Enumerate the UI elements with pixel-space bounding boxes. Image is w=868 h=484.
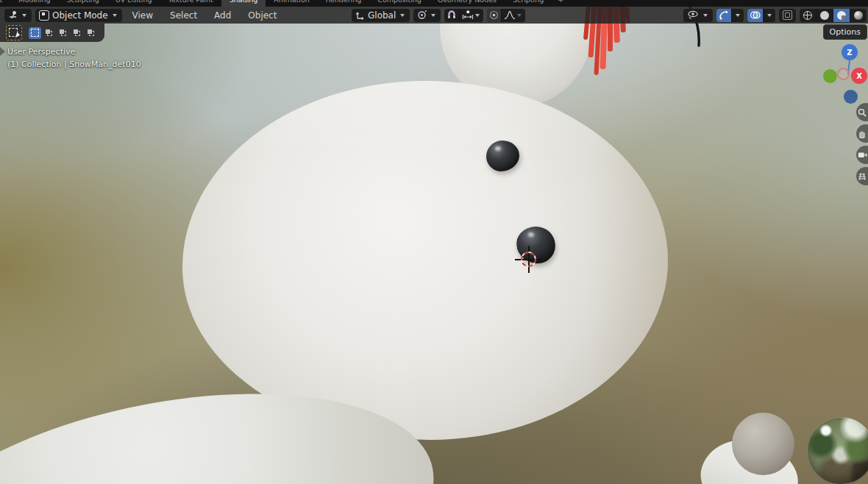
eye-cursor-icon — [687, 10, 699, 20]
perspective-toggle-button[interactable] — [856, 167, 868, 185]
falloff-curve-icon — [504, 10, 516, 20]
3d-viewport[interactable] — [0, 0, 868, 484]
matte-reference-sphere[interactable] — [732, 413, 794, 475]
active-collection-label: (1) Collection | SnowMan_det010 — [7, 58, 141, 71]
grid-perspective-icon — [858, 172, 867, 181]
gizmo-axis-negz[interactable] — [844, 90, 858, 104]
cursor-arrow-icon — [15, 32, 21, 38]
gizmo-axis-x[interactable]: X — [851, 68, 867, 84]
tab-uv-editing[interactable]: UV Editing — [107, 0, 160, 7]
camera-icon — [858, 151, 867, 159]
camera-view-button[interactable] — [856, 146, 868, 164]
overlays-group — [747, 9, 775, 22]
viewport-info: User Perspective (1) Collection | SnowMa… — [7, 46, 141, 71]
shading-material-preview-button[interactable] — [833, 9, 850, 22]
magnifier-icon — [858, 108, 867, 117]
gizmo-icon — [719, 10, 729, 20]
menu-view[interactable]: View — [126, 10, 160, 21]
xray-toggle[interactable] — [779, 9, 796, 22]
tab-modeling[interactable]: Modeling — [10, 0, 58, 7]
move-view-button[interactable] — [856, 124, 868, 143]
zoom-button[interactable] — [856, 103, 868, 121]
select-extend-icon — [46, 29, 52, 36]
chevron-down-icon — [113, 14, 117, 17]
chevron-down-icon — [475, 14, 480, 17]
orientation-axes-icon — [355, 11, 365, 20]
proportional-editing-icon — [489, 10, 499, 20]
proportional-edit-toggle[interactable] — [487, 9, 501, 22]
gizmo-axis-y[interactable] — [823, 69, 837, 83]
tab-layout[interactable]: Layout — [0, 0, 10, 7]
pivot-point-dropdown[interactable] — [413, 9, 441, 22]
wireframe-sphere-icon — [803, 11, 812, 20]
viewport-nav-buttons — [856, 103, 868, 185]
chrome-reference-sphere[interactable] — [807, 417, 868, 484]
tab-texture-paint[interactable]: Texture Paint — [160, 0, 221, 7]
view-perspective-label: User Perspective — [7, 46, 141, 58]
select-subtract-icon — [60, 29, 66, 36]
viewport-header: Object Mode View Select Add Object Globa… — [0, 7, 868, 24]
chevron-down-icon — [517, 14, 522, 17]
snap-increment-icon — [462, 10, 474, 20]
tab-rendering[interactable]: Rendering — [318, 0, 370, 7]
xray-icon — [783, 10, 792, 20]
menu-select[interactable]: Select — [163, 10, 204, 21]
add-workspace-button[interactable]: + — [552, 0, 569, 7]
select-mode-subtract-button[interactable] — [57, 27, 69, 39]
tab-sculpting[interactable]: Sculpting — [59, 0, 107, 7]
select-mode-intersect-button[interactable] — [85, 27, 97, 39]
shading-wireframe-button[interactable] — [800, 9, 816, 22]
shading-rendered-button[interactable] — [850, 9, 867, 22]
blender-window: Layout Modeling Sculpting UV Editing Tex… — [0, 0, 868, 484]
tab-compositing[interactable]: Compositing — [369, 0, 430, 7]
navigation-gizmo[interactable]: Z X — [815, 41, 868, 107]
chevron-down-icon — [703, 14, 708, 17]
tab-animation[interactable]: Animation — [266, 0, 317, 7]
shading-mode-group — [800, 9, 867, 22]
snap-target-dropdown[interactable] — [459, 9, 483, 22]
toolbar-expand-arrow[interactable] — [0, 47, 5, 56]
select-mode-extend-button[interactable] — [43, 27, 55, 39]
gizmos-group — [716, 9, 744, 22]
box-select-tool-button[interactable] — [6, 25, 22, 40]
show-gizmos-toggle[interactable] — [716, 9, 731, 22]
rendered-sphere-icon — [854, 11, 863, 20]
material-preview-sphere-icon — [837, 11, 846, 20]
transform-orientation-dropdown[interactable]: Global — [352, 9, 410, 22]
menu-add[interactable]: Add — [207, 10, 238, 21]
select-mode-set-button[interactable] — [29, 27, 41, 39]
workspace-tabstrip: Layout Modeling Sculpting UV Editing Tex… — [0, 0, 868, 7]
overlays-dropdown[interactable] — [763, 9, 775, 22]
menu-object[interactable]: Object — [241, 10, 283, 21]
select-mode-invert-button[interactable] — [71, 27, 83, 39]
snap-toggle-button[interactable] — [444, 9, 459, 22]
gizmo-axis-negx[interactable] — [837, 68, 850, 80]
snap-magnet-icon — [447, 10, 457, 20]
gizmos-dropdown[interactable] — [731, 9, 744, 22]
options-button[interactable]: Options — [823, 24, 867, 40]
editor-type-dropdown[interactable] — [4, 9, 32, 22]
mode-dropdown[interactable]: Object Mode — [35, 9, 122, 22]
3d-viewport-editor-icon — [8, 10, 18, 20]
show-overlays-toggle[interactable] — [747, 9, 763, 22]
shading-solid-button[interactable] — [816, 9, 833, 22]
tab-shading[interactable]: Shading — [221, 0, 266, 7]
select-set-icon — [31, 29, 39, 37]
object-visibility-dropdown[interactable] — [683, 9, 713, 22]
tab-geometry-nodes[interactable]: Geometry Nodes — [430, 0, 505, 7]
proportional-edit-group — [487, 9, 525, 22]
select-invert-icon — [74, 29, 80, 36]
gizmo-axis-z[interactable]: Z — [842, 44, 858, 60]
select-intersect-icon — [88, 29, 94, 36]
chevron-down-icon — [767, 14, 772, 17]
solid-sphere-icon — [820, 11, 829, 20]
snapping-group — [444, 9, 483, 22]
chevron-down-icon — [736, 14, 740, 17]
overlays-icon — [750, 10, 761, 20]
orientation-label: Global — [368, 10, 396, 21]
hand-icon — [858, 129, 867, 138]
snowman-body-ball[interactable] — [182, 81, 668, 440]
mode-label: Object Mode — [52, 10, 108, 21]
tab-scripting[interactable]: Scripting — [505, 0, 552, 7]
proportional-falloff-dropdown[interactable] — [501, 9, 525, 22]
